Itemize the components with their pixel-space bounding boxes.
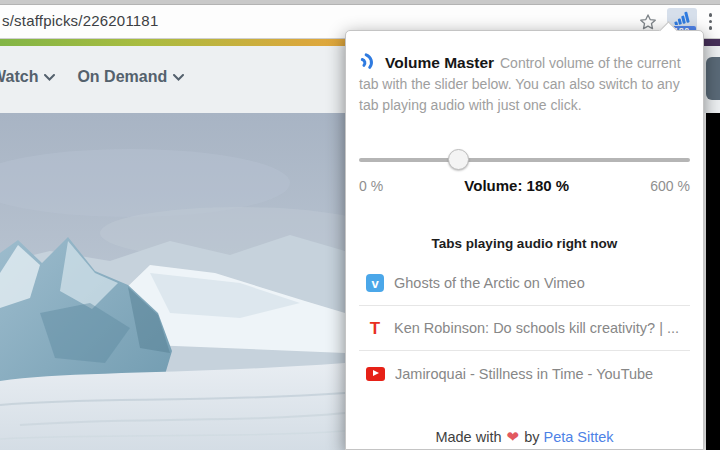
tab-row-youtube[interactable]: Jamiroquai - Stillness in Time - YouTube xyxy=(359,351,690,396)
volume-master-popup: Volume Master Control volume of the curr… xyxy=(345,30,704,450)
ted-icon: T xyxy=(366,319,384,337)
tab-label: Ghosts of the Arctic on Vimeo xyxy=(394,275,585,291)
browser-window: s/staffpicks/226201181 180 xyxy=(0,0,720,450)
popup-footer: Made with ❤ by Peta Sittek xyxy=(346,428,703,446)
tab-label: Ken Robinson: Do schools kill creativity… xyxy=(394,320,679,336)
nav-right-button[interactable] xyxy=(706,57,720,100)
iceberg-image xyxy=(0,113,345,450)
audio-tabs-list: v Ghosts of the Arctic on Vimeo T Ken Ro… xyxy=(359,261,690,396)
popup-title: Volume Master xyxy=(385,54,494,71)
slider-max-label: 600 % xyxy=(650,178,690,194)
tab-row-vimeo[interactable]: v Ghosts of the Arctic on Vimeo xyxy=(359,261,690,306)
address-bar-url[interactable]: s/staffpicks/226201181 xyxy=(2,12,158,29)
nav-item-on-demand[interactable]: On Demand xyxy=(77,68,184,86)
slider-labels: 0 % Volume: 180 % 600 % xyxy=(359,177,690,194)
page-dark-region xyxy=(706,113,720,450)
heart-icon: ❤ xyxy=(507,428,520,445)
slider-track[interactable] xyxy=(359,158,690,162)
tab-row-ted[interactable]: T Ken Robinson: Do schools kill creativi… xyxy=(359,306,690,351)
nav-item-watch[interactable]: Watch xyxy=(0,68,55,86)
volume-value-label: Volume: 180 % xyxy=(464,177,569,194)
tabs-header: Tabs playing audio right now xyxy=(346,236,703,251)
arctic-video-hero[interactable] xyxy=(0,113,345,450)
chevron-down-icon xyxy=(44,74,55,81)
youtube-icon xyxy=(366,367,385,381)
vimeo-icon: v xyxy=(366,274,384,292)
slider-min-label: 0 % xyxy=(359,178,383,194)
tab-label: Jamiroquai - Stillness in Time - YouTube xyxy=(395,366,653,382)
slider-thumb[interactable] xyxy=(448,149,469,170)
author-link[interactable]: Peta Sittek xyxy=(543,429,613,445)
chevron-down-icon xyxy=(173,74,184,81)
volume-slider[interactable] xyxy=(359,149,690,171)
volume-bars-icon xyxy=(673,11,691,25)
browser-menu-icon[interactable] xyxy=(705,13,717,30)
volume-master-icon xyxy=(359,51,381,70)
popup-header: Volume Master Control volume of the curr… xyxy=(359,51,690,116)
